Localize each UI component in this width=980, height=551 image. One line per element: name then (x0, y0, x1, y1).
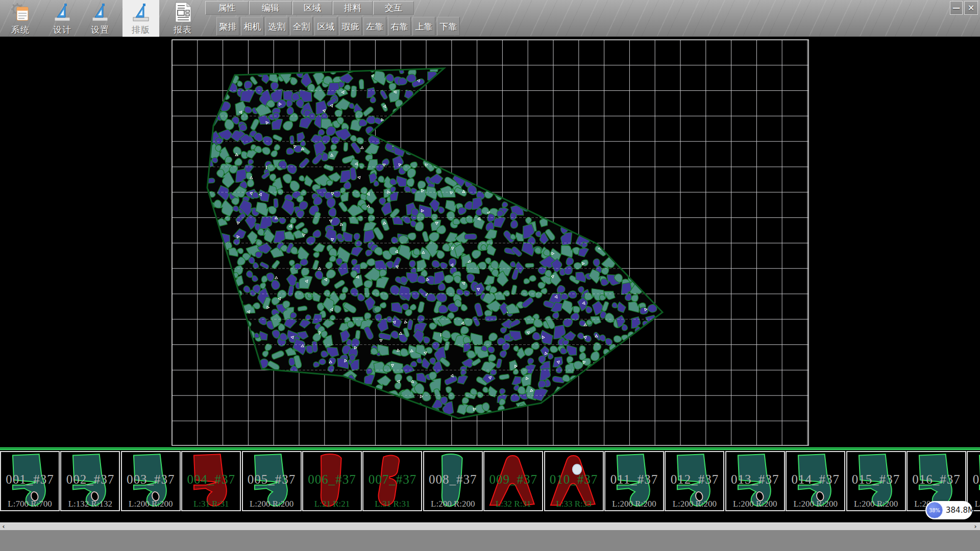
tool-align-right[interactable]: 右靠 (388, 17, 411, 36)
tab-design[interactable]: 设计 (44, 0, 81, 37)
tab-report-label: 报表 (164, 24, 201, 36)
tool-cluster-nest[interactable]: 聚排 (216, 17, 239, 36)
thumbnail-cell[interactable]: 014_#37L:200 R:200 (786, 451, 845, 511)
thumbnail-cell[interactable]: 012_#37L:200 R:200 (665, 451, 724, 511)
thumbnail-id: 010_#37 (545, 472, 603, 487)
progress-circle: 38% (926, 502, 943, 518)
minimize-button[interactable]: — (950, 1, 963, 15)
thumbnail-id: 008_#37 (424, 472, 482, 487)
tool-defect[interactable]: 瑕疵 (339, 17, 362, 36)
tool-camera[interactable]: 相机 (241, 17, 264, 36)
thumbnail-id: 006_#37 (303, 472, 361, 487)
thumbnail-lr-count: L:200 R:200 (726, 499, 784, 509)
thumbnail-lr-count: L:200 R:200 (243, 499, 301, 509)
thumbnail-cell[interactable]: 003_#37L:200 R:200 (121, 451, 181, 511)
ruler-icon (130, 2, 152, 24)
thumbnail-id: 005_#37 (243, 472, 301, 487)
tab-system[interactable]: 系统 (2, 0, 39, 37)
thumbnail-id: 009_#37 (484, 472, 542, 487)
thumbnail-cell[interactable]: 005_#37L:200 R:200 (242, 451, 302, 511)
strip-divider-line (0, 447, 980, 450)
thumbnail-id: 014_#37 (787, 472, 844, 487)
thumbnail-id: 012_#37 (666, 472, 723, 487)
thumbnail-lr-count: L:132 R:132 (61, 499, 119, 509)
thumbnail-cell[interactable]: 006_#37L:21 R:21 (302, 451, 362, 511)
thumbnail-cell[interactable]: 008_#37L:200 R:200 (423, 451, 483, 511)
thumbnail-id: 002_#37 (61, 472, 119, 487)
tab-design-label: 设计 (44, 24, 81, 36)
tool-align-left[interactable]: 左靠 (363, 17, 386, 36)
toolbar: 系统 设计 设置 (0, 0, 980, 37)
thumbnail-scrollbar[interactable]: ‹ › (0, 522, 980, 530)
thumbnail-lr-count: L:200 R:200 (605, 499, 663, 509)
menu-tab-nesting[interactable]: 排料 (333, 1, 373, 15)
thumbnail-id: 013_#37 (726, 472, 784, 487)
thumbnail-id: 016_#37 (908, 472, 965, 487)
thumbnail-strip: 001_#37L:700 R:700002_#37L:132 R:132003_… (0, 447, 980, 522)
tool-align-bottom[interactable]: 下靠 (437, 17, 460, 36)
thumbnail-cell[interactable]: 001_#37L:700 R:700 (0, 451, 60, 511)
menu-tab-edit[interactable]: 编辑 (249, 1, 292, 15)
report-icon (172, 2, 194, 24)
thumbnail-cell[interactable]: 004_#37L:31 R:31 (181, 451, 241, 511)
application-window: 系统 设计 设置 (0, 0, 980, 551)
thumbnail-lr-count: L:21 R:21 (303, 499, 361, 509)
thumbnail-id: 017_#37 (968, 472, 980, 487)
close-icon: ✕ (968, 3, 974, 13)
thumbnail-cell[interactable]: 010_#37L:33 R:33 (544, 451, 604, 511)
thumbnail-id: 004_#37 (182, 472, 240, 487)
thumbnail-cell[interactable]: 011_#37L:200 R:200 (604, 451, 664, 511)
tool-align-top[interactable]: 上靠 (412, 17, 435, 36)
thumbnail-lr-count: L:700 R:700 (1, 499, 59, 509)
thumbnail-id: 007_#37 (363, 472, 421, 487)
tab-settings-label: 设置 (82, 24, 118, 36)
thumbnail-cell[interactable]: 015_#37L:200 R:200 (846, 451, 906, 511)
thumbnail-lr-count: L:200 R:200 (666, 499, 723, 509)
thumbnail-id: 001_#37 (1, 472, 59, 487)
thumbnail-cell[interactable]: 009_#37L:32 R:31 (483, 451, 543, 511)
thumbnail-cell[interactable]: 013_#37L:200 R:200 (725, 451, 785, 511)
nesting-canvas[interactable] (0, 37, 980, 447)
menu-tab-properties[interactable]: 属性 (205, 1, 249, 15)
scroll-left-icon[interactable]: ‹ (0, 523, 7, 530)
close-button[interactable]: ✕ (964, 1, 978, 15)
tab-settings[interactable]: 设置 (82, 0, 118, 37)
thumbnail-lr-count: L:33 R:33 (545, 499, 603, 509)
ruler-icon (51, 2, 74, 24)
status-bar (0, 530, 980, 551)
ruler-icon (89, 2, 111, 24)
memory-usage-badge: 38% 384.8M (925, 501, 972, 519)
thumbnail-lr-count: L:200 R:200 (122, 499, 180, 509)
scroll-right-icon[interactable]: › (972, 523, 979, 530)
minimize-icon: — (952, 3, 960, 12)
tab-system-label: 系统 (2, 24, 39, 36)
thumbnail-id: 015_#37 (847, 472, 905, 487)
thumbnail-lr-count: L:200 R:200 (787, 499, 844, 509)
tab-nesting-label: 排版 (122, 24, 159, 36)
thumbnail-lr-count: L:32 R:31 (484, 499, 542, 509)
menu-tab-interact[interactable]: 交互 (373, 1, 414, 15)
tab-nesting[interactable]: 排版 (122, 0, 159, 37)
thumbnail-lr-count: L:31 R:31 (363, 499, 421, 509)
tab-report[interactable]: 报表 (164, 0, 201, 37)
tool-region[interactable]: 区域 (314, 17, 337, 36)
thumbnail-lr-count: L:200 R:200 (424, 499, 482, 509)
menu-tab-region[interactable]: 区域 (292, 1, 332, 15)
memory-value: 384.8M (946, 501, 974, 519)
gear-panel-icon (9, 2, 32, 24)
nesting-canvas-area (0, 37, 980, 447)
thumbnail-cell[interactable]: 002_#37L:132 R:132 (60, 451, 120, 511)
thumbnail-lr-count: L:31 R:31 (182, 499, 240, 509)
tool-cut-all[interactable]: 全割 (290, 17, 313, 36)
tool-select-cut[interactable]: 选割 (265, 17, 288, 36)
thumbnail-id: 003_#37 (122, 472, 180, 487)
thumbnail-lr-count: L:200 R:200 (847, 499, 905, 509)
thumbnail-cell[interactable]: 007_#37L:31 R:31 (362, 451, 422, 511)
thumbnail-id: 011_#37 (605, 472, 663, 487)
